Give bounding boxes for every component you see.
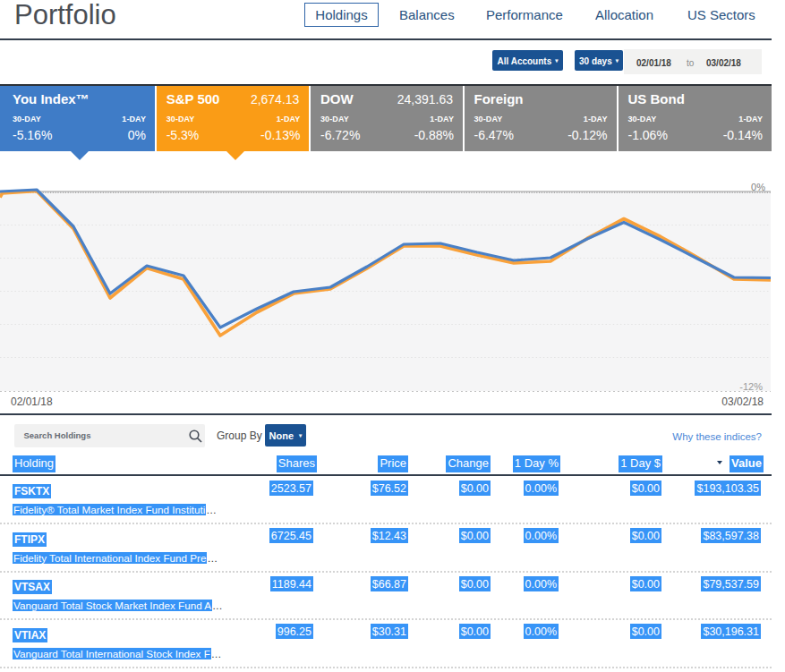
svg-text:-12%: -12% bbox=[739, 381, 763, 392]
svg-text:0%: 0% bbox=[751, 182, 765, 192]
svg-text:03/02/18: 03/02/18 bbox=[721, 396, 764, 408]
svg-text:02/01/18: 02/01/18 bbox=[11, 396, 53, 408]
